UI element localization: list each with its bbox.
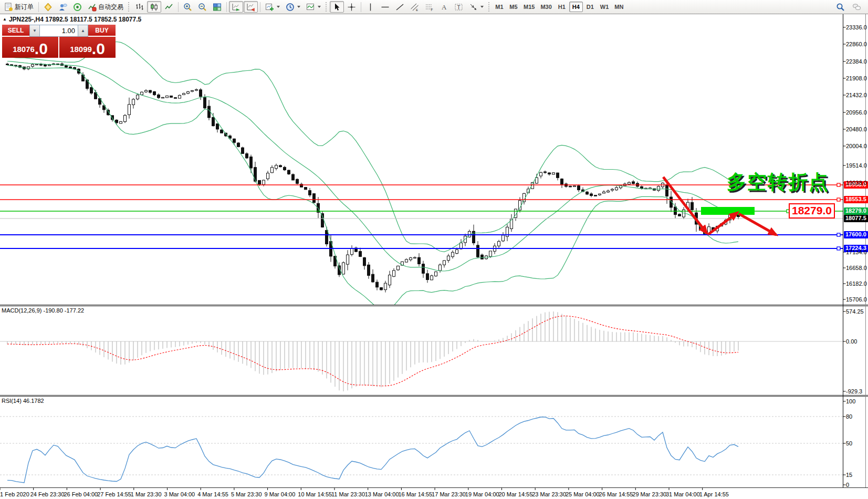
terminal-button[interactable] bbox=[56, 1, 70, 13]
fibonacci-icon: F bbox=[425, 3, 434, 12]
crosshair-icon bbox=[347, 3, 356, 12]
chart-bars-button[interactable] bbox=[132, 1, 147, 13]
dropdown-arrow-icon bbox=[297, 6, 300, 8]
tile-windows-icon bbox=[213, 3, 222, 12]
timeframe-button-m1[interactable]: M1 bbox=[493, 2, 506, 12]
horizontal-line-icon bbox=[381, 3, 390, 12]
indicators-button[interactable] bbox=[304, 1, 323, 13]
svg-text:T: T bbox=[457, 4, 461, 10]
text-tool-button[interactable]: A bbox=[437, 1, 451, 13]
auto-trading-button[interactable]: 自动交易 bbox=[85, 1, 126, 13]
text-label-tool-button[interactable]: T bbox=[452, 1, 466, 13]
channel-tool-button[interactable]: E bbox=[407, 1, 422, 13]
toolbar-right bbox=[836, 3, 866, 12]
new-order-icon bbox=[4, 3, 13, 12]
volume-input[interactable] bbox=[40, 25, 78, 37]
timeframe-button-h4[interactable]: H4 bbox=[569, 2, 583, 12]
auto-scroll-button[interactable] bbox=[229, 1, 243, 13]
svg-text:A: A bbox=[442, 3, 447, 11]
vertical-line-tool-button[interactable] bbox=[363, 1, 378, 13]
ohlc-values: 17892.5 18117.5 17852.5 18077.5 bbox=[45, 16, 141, 23]
sell-button[interactable]: SELL bbox=[2, 25, 29, 37]
buy-button[interactable]: BUY bbox=[88, 25, 116, 37]
fibonacci-tool-button[interactable]: F bbox=[422, 1, 436, 13]
auto-trading-label: 自动交易 bbox=[98, 3, 123, 12]
chart-title: ▲JPN225-,H4 17892.5 18117.5 17852.5 1807… bbox=[3, 16, 141, 23]
timeframe-button-d1[interactable]: D1 bbox=[583, 2, 597, 12]
new-order-button[interactable]: 新订单 bbox=[2, 1, 36, 13]
vertical-line-icon bbox=[366, 3, 375, 12]
trendline-icon bbox=[395, 3, 404, 12]
chat-icon[interactable] bbox=[852, 3, 861, 12]
tile-windows-button[interactable] bbox=[210, 1, 224, 13]
sell-price-pips: .0 bbox=[35, 41, 48, 56]
separator bbox=[361, 2, 361, 12]
price-level-callout: 18279.0 bbox=[789, 203, 835, 219]
equidistant-channel-icon: E bbox=[410, 3, 419, 12]
dropdown-arrow-icon bbox=[480, 6, 484, 8]
cursor-tool-button[interactable] bbox=[330, 1, 344, 13]
timeframe-button-w1[interactable]: W1 bbox=[598, 2, 612, 12]
chart-line-button[interactable] bbox=[162, 1, 176, 13]
market-button[interactable] bbox=[70, 1, 85, 13]
svg-text:F: F bbox=[431, 8, 433, 12]
buy-price-pips: .0 bbox=[92, 41, 105, 56]
buy-price[interactable]: 18099.0 bbox=[59, 37, 116, 58]
zoom-out-button[interactable] bbox=[195, 1, 210, 13]
rsi-indicator-label: RSI(14) 46.1782 bbox=[2, 398, 44, 404]
new-chart-icon bbox=[265, 3, 274, 12]
chart-shift-icon bbox=[246, 3, 255, 12]
text-icon: A bbox=[440, 3, 448, 12]
separator bbox=[178, 2, 179, 12]
auto-scroll-icon bbox=[232, 3, 240, 12]
separator bbox=[260, 2, 260, 12]
new-chart-button[interactable] bbox=[263, 1, 283, 13]
search-icon[interactable] bbox=[836, 3, 845, 12]
zoom-in-button[interactable] bbox=[181, 1, 195, 13]
trendline-tool-button[interactable] bbox=[393, 1, 407, 13]
timeframe-button-m30[interactable]: M30 bbox=[538, 2, 554, 12]
metaeditor-button[interactable] bbox=[41, 1, 55, 13]
chart-window: 18958.018553.518279.018077.517600.017224… bbox=[0, 14, 868, 499]
timeframe-button-m15[interactable]: M15 bbox=[521, 2, 537, 12]
chart-candles-button[interactable] bbox=[147, 1, 161, 13]
toolbar: 新订单 自动交易 bbox=[0, 0, 868, 14]
terminal-icon bbox=[58, 3, 67, 12]
toolbar-grip bbox=[488, 2, 490, 12]
auto-trading-icon bbox=[88, 3, 97, 12]
horizontal-line-tool-button[interactable] bbox=[378, 1, 392, 13]
timeframe-button-mn[interactable]: MN bbox=[612, 2, 626, 12]
arrows-tool-button[interactable] bbox=[466, 1, 486, 13]
sell-price[interactable]: 18076.0 bbox=[2, 37, 59, 58]
metaeditor-icon bbox=[44, 3, 53, 12]
separator bbox=[38, 2, 39, 12]
timeframe-button-m5[interactable]: M5 bbox=[507, 2, 520, 12]
new-order-label: 新订单 bbox=[15, 3, 34, 12]
profiles-button[interactable] bbox=[283, 1, 303, 13]
chart-canvas bbox=[0, 14, 868, 499]
volume-increase-button[interactable]: ▲ bbox=[78, 25, 88, 37]
toolbar-grip bbox=[326, 2, 328, 12]
indicators-icon bbox=[306, 3, 315, 12]
candles-chart-icon bbox=[150, 3, 159, 12]
one-click-trade-panel: SELL ▼ ▲ BUY 18076.0 18099.0 bbox=[2, 25, 116, 58]
turning-point-annotation: 多空转折点 bbox=[727, 169, 829, 195]
sell-price-main: 18076 bbox=[13, 44, 35, 55]
zoom-in-icon bbox=[183, 3, 192, 12]
separator bbox=[226, 2, 227, 12]
volume-decrease-button[interactable]: ▼ bbox=[29, 25, 40, 37]
buy-price-main: 18099 bbox=[70, 44, 92, 55]
text-label-icon: T bbox=[454, 3, 463, 12]
market-icon bbox=[73, 3, 82, 12]
timeframe-group: M1M5M15M30H1H4D1W1MN bbox=[493, 2, 626, 12]
bars-chart-icon bbox=[135, 3, 144, 12]
svg-text:E: E bbox=[416, 8, 418, 11]
macd-indicator-label: MACD(12,26,9) -190.80 -177.22 bbox=[2, 307, 84, 314]
collapse-panel-arrow-icon[interactable]: ▲ bbox=[3, 17, 7, 22]
zoom-out-icon bbox=[198, 3, 207, 12]
crosshair-tool-button[interactable] bbox=[344, 1, 359, 13]
symbol-title: JPN225-,H4 bbox=[9, 16, 44, 23]
cursor-icon bbox=[332, 3, 341, 12]
chart-shift-button[interactable] bbox=[244, 1, 258, 13]
timeframe-button-h1[interactable]: H1 bbox=[555, 2, 569, 12]
